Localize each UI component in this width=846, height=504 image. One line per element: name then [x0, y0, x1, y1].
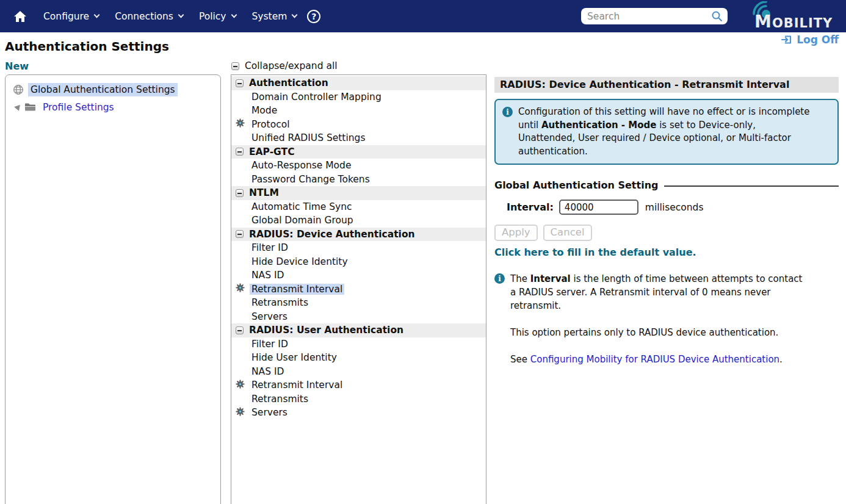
setting-item[interactable]: Mode	[231, 104, 486, 118]
tree-item[interactable]: Profile Settings	[5, 98, 220, 116]
setting-item-label[interactable]: Automatic Time Sync	[250, 201, 354, 212]
setting-icon-slot	[236, 407, 250, 419]
help-text: The Interval is the length of time betwe…	[510, 272, 803, 366]
section-title: Authentication	[249, 77, 328, 88]
settings-list-panel: AuthenticationDomain Controller MappingM…	[231, 74, 486, 504]
setting-item-label[interactable]: NAS ID	[250, 366, 286, 377]
collapse-expand-all[interactable]: Collapse/expand all	[231, 60, 338, 71]
new-link[interactable]: New	[5, 60, 29, 72]
setting-item-label[interactable]: NAS ID	[250, 270, 286, 281]
mobility-logo: MOBILITY	[746, 0, 844, 34]
setting-item[interactable]: Hide Device Identity	[231, 255, 486, 269]
tree-item-label[interactable]: Profile Settings	[40, 101, 117, 114]
detail-panel: RADIUS: Device Authentication - Retransm…	[494, 77, 839, 366]
setting-item[interactable]: Automatic Time Sync	[231, 200, 486, 214]
help-text-block: i The Interval is the length of time bet…	[494, 272, 839, 366]
chevron-down-icon	[94, 12, 100, 18]
tree-item-label[interactable]: Global Authentication Settings	[28, 83, 178, 96]
setting-item[interactable]: Auto-Response Mode	[231, 159, 486, 173]
setting-item[interactable]: Hide User Identity	[231, 351, 486, 365]
search-icon[interactable]	[711, 10, 723, 23]
group-heading: Global Authentication Setting	[494, 179, 839, 191]
section-header[interactable]: EAP-GTC	[231, 145, 486, 159]
setting-item-label[interactable]: Retransmits	[250, 297, 310, 308]
minus-icon[interactable]	[231, 62, 239, 70]
search-box	[581, 8, 728, 24]
setting-item[interactable]: Domain Controller Mapping	[231, 90, 486, 104]
log-off-icon	[781, 34, 792, 45]
minus-icon[interactable]	[236, 148, 244, 156]
chevron-down-icon	[178, 12, 184, 18]
group-rule	[664, 185, 839, 187]
setting-item-label[interactable]: Filter ID	[250, 242, 290, 253]
nav-menu-label: System	[252, 11, 287, 22]
setting-item[interactable]: Retransmits	[231, 392, 486, 406]
setting-item[interactable]: NAS ID	[231, 268, 486, 283]
globe-icon	[13, 84, 24, 95]
setting-item[interactable]: NAS ID	[231, 365, 486, 379]
nav-menu-label: Policy	[199, 11, 226, 22]
left-tree: Global Authentication SettingsProfile Se…	[5, 81, 220, 116]
apply-button[interactable]: Apply	[494, 225, 538, 241]
nav-menu-policy[interactable]: Policy	[191, 7, 244, 26]
section-header[interactable]: RADIUS: User Authentication	[231, 323, 486, 337]
tree-item[interactable]: Global Authentication Settings	[5, 81, 220, 98]
nav-menu-configure[interactable]: Configure	[35, 7, 107, 26]
notice-box: i Configuration of this setting will hav…	[494, 99, 839, 165]
setting-item[interactable]: Global Domain Group	[231, 214, 486, 228]
setting-item-label[interactable]: Hide Device Identity	[250, 256, 350, 267]
section-header[interactable]: NTLM	[231, 186, 486, 200]
setting-item-label[interactable]: Retransmits	[250, 394, 310, 405]
setting-item[interactable]: Retransmit Interval	[231, 378, 486, 392]
home-icon[interactable]	[13, 10, 27, 23]
cancel-button[interactable]: Cancel	[543, 225, 592, 241]
search-input[interactable]	[581, 11, 711, 22]
setting-item-label[interactable]: Filter ID	[250, 339, 290, 350]
interval-label: Interval:	[507, 201, 554, 213]
interval-unit: milliseconds	[645, 202, 704, 213]
setting-item-label[interactable]: Retransmit Interval	[250, 284, 344, 295]
setting-item[interactable]: Unified RADIUS Settings	[231, 131, 486, 145]
setting-item-label[interactable]: Retransmit Interval	[250, 380, 344, 391]
settings-tree-panel: Global Authentication SettingsProfile Se…	[5, 74, 221, 504]
help-p1-pre: The	[510, 273, 530, 284]
setting-item[interactable]: Retransmits	[231, 296, 486, 310]
setting-item[interactable]: Retransmit Interval	[231, 283, 486, 297]
setting-icon-slot	[236, 380, 250, 391]
setting-item[interactable]: Servers	[231, 310, 486, 324]
log-off-link[interactable]: Log Off	[781, 34, 839, 46]
section-header[interactable]: RADIUS: Device Authentication	[231, 228, 486, 242]
collapse-triangle-icon[interactable]	[13, 104, 20, 110]
setting-item-label[interactable]: Domain Controller Mapping	[250, 92, 383, 103]
help-icon[interactable]: ?	[307, 10, 320, 23]
minus-icon[interactable]	[236, 79, 244, 87]
default-value-link[interactable]: Click here to fill in the default value.	[494, 247, 839, 258]
section-header[interactable]: Authentication	[231, 76, 486, 90]
setting-item-label[interactable]: Mode	[250, 105, 279, 116]
nav-menus: ConfigureConnectionsPolicySystem	[35, 7, 305, 26]
setting-item-label[interactable]: Unified RADIUS Settings	[250, 132, 367, 143]
setting-item-label[interactable]: Password Change Tokens	[250, 174, 372, 185]
setting-item-label[interactable]: Hide User Identity	[250, 352, 339, 363]
nav-menu-label: Connections	[115, 11, 173, 22]
nav-menu-system[interactable]: System	[244, 7, 305, 26]
setting-item-label[interactable]: Global Domain Group	[250, 215, 355, 226]
help-paragraph-3: See Configuring Mobility for RADIUS Devi…	[510, 353, 803, 366]
setting-item-label[interactable]: Auto-Response Mode	[250, 160, 353, 171]
setting-item[interactable]: Filter ID	[231, 337, 486, 351]
nav-menu-connections[interactable]: Connections	[107, 7, 191, 26]
setting-item[interactable]: Password Change Tokens	[231, 173, 486, 187]
setting-item-label[interactable]: Servers	[250, 407, 289, 418]
minus-icon[interactable]	[236, 326, 244, 334]
folder-icon	[24, 103, 36, 112]
interval-input[interactable]	[559, 200, 638, 215]
setting-item-label[interactable]: Protocol	[250, 119, 291, 130]
doc-link[interactable]: Configuring Mobility for RADIUS Device A…	[530, 354, 779, 365]
minus-icon[interactable]	[236, 189, 244, 197]
setting-item[interactable]: Filter ID	[231, 241, 486, 255]
setting-item-label[interactable]: Servers	[250, 311, 289, 322]
section-title: RADIUS: User Authentication	[249, 325, 403, 336]
minus-icon[interactable]	[236, 230, 244, 238]
setting-item[interactable]: Protocol	[231, 118, 486, 132]
setting-item[interactable]: Servers	[231, 406, 486, 420]
